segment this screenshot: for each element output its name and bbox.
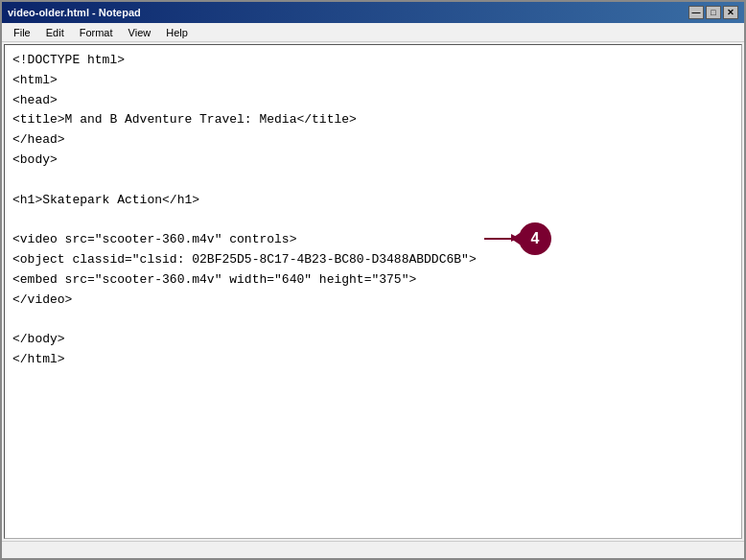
code-line-2: <head> [12, 91, 734, 111]
menu-item-file[interactable]: File [6, 25, 38, 40]
code-line-15: </html> [12, 350, 734, 370]
code-line-9: <video src="scooter-360.m4v" controls> [12, 230, 734, 250]
menu-item-format[interactable]: Format [72, 25, 121, 40]
code-content: <!DOCTYPE html><html><head><title>M and … [12, 51, 734, 370]
close-button[interactable]: ✕ [723, 6, 738, 19]
code-line-3: <title>M and B Adventure Travel: Media</… [12, 110, 734, 130]
menu-bar: FileEditFormatViewHelp [2, 23, 744, 42]
code-line-6 [12, 171, 734, 191]
annotation-4: 4 [484, 222, 551, 255]
title-bar-controls: — □ ✕ [688, 6, 738, 19]
code-line-4: </head> [12, 130, 734, 151]
title-bar: video-older.html - Notepad — □ ✕ [2, 2, 744, 23]
annotation-line [484, 238, 513, 240]
editor-area[interactable]: <!DOCTYPE html><html><head><title>M and … [4, 44, 742, 539]
code-line-12: </video> [12, 291, 734, 311]
code-line-10: <object classid="clsid: 02BF25D5-8C17-4B… [12, 250, 734, 270]
menu-item-help[interactable]: Help [158, 25, 196, 40]
code-line-11: <embed src="scooter-360.m4v" width="640"… [12, 270, 734, 291]
window-title: video-older.html - Notepad [8, 7, 141, 18]
code-line-0: <!DOCTYPE html> [12, 51, 734, 71]
code-line-7: <h1>Skatepark Action</h1> [12, 191, 734, 211]
code-line-1: <html> [12, 71, 734, 91]
code-line-13 [12, 310, 734, 330]
code-line-5: <body> [12, 151, 734, 171]
notepad-window: video-older.html - Notepad — □ ✕ FileEdi… [0, 0, 746, 560]
minimize-button[interactable]: — [688, 6, 704, 19]
status-bar [2, 541, 744, 558]
title-bar-title: video-older.html - Notepad [8, 7, 141, 18]
code-line-14: </body> [12, 330, 734, 350]
menu-item-view[interactable]: View [121, 25, 159, 40]
code-line-8 [12, 210, 734, 230]
maximize-button[interactable]: □ [706, 6, 721, 19]
menu-item-edit[interactable]: Edit [38, 25, 72, 40]
annotation-bubble: 4 [519, 222, 551, 255]
